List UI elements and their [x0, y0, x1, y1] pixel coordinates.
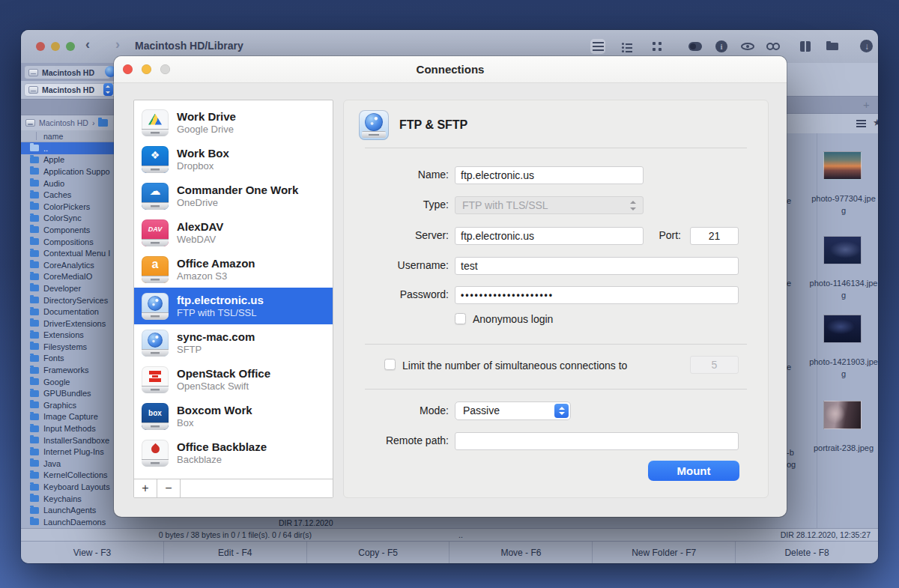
connection-item[interactable]: sync-mac.com SFTP — [134, 324, 333, 361]
settings-panel: FTP & SFTP Name: Type: FTP with TLS/SSL … — [343, 100, 769, 498]
function-button[interactable]: Edit - F4 — [164, 542, 307, 563]
connection-type: FTP with TSL/SSL — [177, 307, 264, 319]
ftp-drive-icon — [359, 110, 389, 140]
file-thumbnail — [823, 151, 862, 180]
connection-service-icon — [142, 109, 169, 136]
new-tab-icon[interactable]: + — [863, 98, 870, 111]
port-label: Port: — [621, 229, 681, 241]
add-connection-button[interactable]: + — [134, 479, 157, 497]
folder-name: Components — [43, 225, 90, 234]
server-input[interactable] — [455, 227, 644, 245]
grid-view-icon[interactable] — [650, 39, 665, 54]
dual-pane-toggle-icon[interactable] — [688, 39, 703, 54]
connection-item[interactable]: Office Amazon Amazon S3 — [134, 251, 333, 288]
file-name: photo-1146134.jpe g — [784, 277, 878, 301]
remote-path-label: Remote path: — [351, 434, 449, 446]
list-dense-view-icon[interactable] — [590, 39, 605, 54]
tab-macintosh-hd[interactable]: Macintosh HD — [24, 65, 111, 79]
folder-icon — [30, 226, 39, 233]
info-icon[interactable] — [714, 39, 729, 54]
anonymous-login-label: Anonymous login — [473, 313, 553, 325]
connection-service-icon — [142, 403, 169, 430]
remote-path-input[interactable] — [455, 432, 739, 450]
disk-icon — [28, 86, 38, 94]
status-bar: 0 bytes / 38 bytes in 0 / 1 file(s). 0 /… — [21, 528, 878, 541]
connection-item[interactable]: Work Box Dropbox — [134, 141, 333, 178]
folder-name: Image Capture — [43, 412, 98, 421]
panel-title: FTP & SFTP — [399, 118, 467, 132]
file-item[interactable]: photo-1146134.jpe g — [784, 236, 878, 301]
name-input[interactable] — [455, 166, 644, 184]
folder-name: Caches — [43, 190, 71, 199]
connection-item[interactable]: Work Drive Google Drive — [134, 104, 333, 141]
folder-name: Fonts — [43, 354, 64, 363]
mount-button[interactable]: Mount — [648, 461, 739, 481]
connection-item[interactable]: Office Backblaze Backblaze — [134, 434, 333, 471]
favorites-star-icon[interactable]: ★ — [873, 117, 878, 128]
list-detail-view-icon[interactable] — [620, 39, 635, 54]
anonymous-login-checkbox[interactable] — [455, 313, 466, 324]
remove-connection-button[interactable]: − — [157, 479, 181, 497]
quick-look-eye-icon[interactable] — [740, 39, 755, 54]
connection-item[interactable]: OpenStack Office OpenStack Swift — [134, 361, 333, 398]
minimize-button[interactable] — [51, 42, 60, 51]
network-folder-icon[interactable] — [825, 39, 840, 54]
close-button[interactable] — [123, 64, 133, 74]
connection-name: OpenStack Office — [177, 366, 270, 381]
forward-button[interactable]: › — [115, 37, 120, 52]
search-binoculars-icon[interactable] — [766, 39, 781, 54]
function-button[interactable]: New Folder - F7 — [593, 542, 736, 563]
last-row-date: 17.12.2020 — [294, 518, 333, 527]
limit-connections-checkbox[interactable] — [384, 359, 396, 370]
file-item[interactable]: photo-977304.jpe g — [784, 151, 878, 216]
connection-item[interactable]: Boxcom Work Box — [134, 398, 333, 434]
folder-icon — [30, 518, 39, 525]
downloads-icon[interactable] — [859, 39, 874, 54]
function-button[interactable]: Delete - F8 — [736, 542, 878, 563]
folder-name: Filesystems — [43, 342, 87, 351]
file-item[interactable]: photo-1421903.jpe g — [784, 315, 878, 380]
folder-name: DriverExtensions — [43, 319, 106, 328]
folder-icon — [30, 343, 39, 350]
folder-name: Application Suppo — [43, 167, 110, 176]
folder-name: CoreAnalytics — [43, 261, 94, 270]
file-thumbnail — [823, 401, 862, 429]
file-item[interactable]: portrait-238.jpeg — [784, 401, 878, 454]
folder-icon — [30, 297, 39, 303]
close-button[interactable] — [36, 42, 45, 51]
folder-name: ColorSync — [43, 213, 82, 222]
back-button[interactable]: ‹ — [85, 37, 90, 52]
password-input[interactable] — [455, 286, 739, 304]
split-view-icon[interactable] — [798, 39, 813, 54]
connection-name: AlexDAV — [177, 219, 223, 234]
folder-row[interactable]: LaunchDaemons — [21, 516, 450, 528]
folder-icon — [30, 484, 39, 491]
port-input[interactable] — [690, 227, 739, 245]
zoom-button[interactable] — [66, 42, 75, 51]
connection-item[interactable]: Commander One Work OneDrive — [134, 178, 333, 214]
connection-name: Work Drive — [177, 109, 236, 124]
connections-list: Work Drive Google Drive Work Box Dropbox… — [133, 100, 333, 498]
folder-name: InstallerSandboxe — [43, 436, 109, 445]
list-footer: + − — [134, 479, 333, 497]
device-stepper-icon[interactable] — [103, 83, 113, 96]
folder-name: CoreMediaIO — [43, 272, 92, 281]
folder-name: Keychains — [43, 494, 82, 503]
function-button[interactable]: Copy - F5 — [307, 542, 450, 563]
view-menu-icon[interactable] — [856, 120, 866, 127]
minimize-button[interactable] — [142, 64, 151, 74]
connection-type: Google Drive — [177, 124, 236, 136]
username-input[interactable] — [455, 257, 739, 275]
folder-icon — [30, 425, 39, 432]
folder-name: Keyboard Layouts — [43, 482, 110, 491]
folder-icon — [30, 401, 39, 408]
truncated-filename-fragment: e — [787, 196, 791, 205]
connection-item[interactable]: ftp.electronic.us FTP with TSL/SSL — [134, 288, 333, 324]
function-button[interactable]: Move - F6 — [450, 542, 593, 563]
connection-item[interactable]: AlexDAV WebDAV — [134, 214, 333, 251]
last-row-type: DIR — [279, 518, 292, 527]
function-button[interactable]: View - F3 — [21, 542, 164, 563]
mode-select[interactable]: Passive — [455, 401, 571, 420]
right-pane-status: DIR 28.12.2020, 12:35:27 — [781, 530, 871, 539]
folder-name: Contextual Menu I — [43, 249, 110, 258]
